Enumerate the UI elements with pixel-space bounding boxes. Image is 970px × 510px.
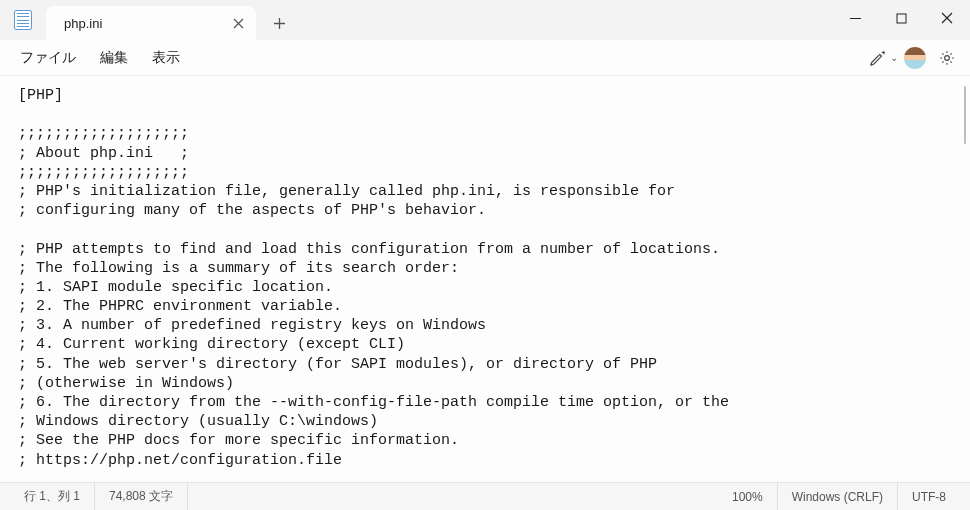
settings-button[interactable]	[932, 43, 962, 73]
statusbar: 行 1、列 1 74,808 文字 100% Windows (CRLF) UT…	[0, 482, 970, 510]
account-avatar[interactable]	[904, 47, 926, 69]
status-cursor-position[interactable]: 行 1、列 1	[10, 483, 95, 510]
new-tab-button[interactable]	[262, 6, 296, 40]
editor-content[interactable]: [PHP] ;;;;;;;;;;;;;;;;;;; ; About php.in…	[18, 86, 962, 482]
svg-rect-0	[897, 14, 906, 23]
tab-title: php.ini	[64, 16, 230, 31]
menu-edit[interactable]: 編集	[88, 43, 140, 73]
minimize-button[interactable]	[832, 0, 878, 36]
titlebar: php.ini	[0, 0, 970, 40]
status-line-ending[interactable]: Windows (CRLF)	[778, 483, 898, 510]
close-icon[interactable]	[230, 15, 246, 31]
svg-point-1	[945, 55, 950, 60]
tabstrip: php.ini	[46, 0, 296, 40]
window-controls	[832, 0, 970, 36]
menu-view[interactable]: 表示	[140, 43, 192, 73]
rewrite-ai-button[interactable]: ⌄	[868, 43, 898, 73]
status-encoding[interactable]: UTF-8	[898, 483, 960, 510]
status-zoom[interactable]: 100%	[718, 483, 778, 510]
close-window-button[interactable]	[924, 0, 970, 36]
tab-php-ini[interactable]: php.ini	[46, 6, 256, 40]
text-editor[interactable]: [PHP] ;;;;;;;;;;;;;;;;;;; ; About php.in…	[0, 76, 970, 482]
maximize-button[interactable]	[878, 0, 924, 36]
status-char-count[interactable]: 74,808 文字	[95, 483, 188, 510]
scrollbar-thumb[interactable]	[964, 86, 966, 144]
chevron-down-icon: ⌄	[890, 52, 898, 63]
menu-file[interactable]: ファイル	[8, 43, 88, 73]
notepad-app-icon	[14, 10, 32, 30]
menubar: ファイル 編集 表示 ⌄	[0, 40, 970, 76]
